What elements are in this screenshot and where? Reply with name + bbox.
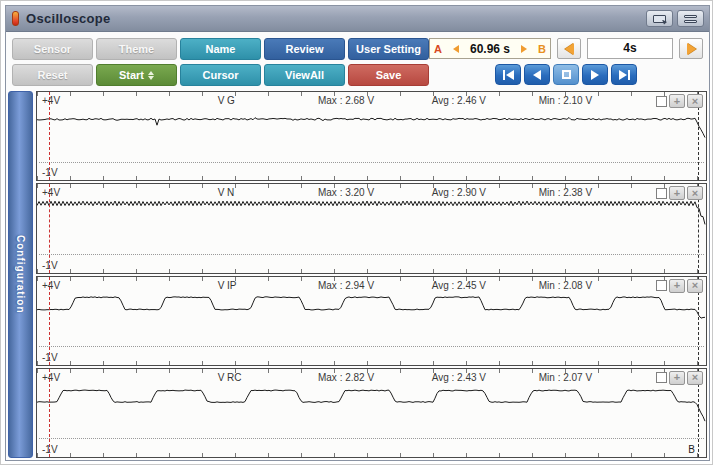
channel-name: V G xyxy=(218,95,235,106)
channel-max: Max : 3.20 V xyxy=(318,187,374,198)
cursor-b-label: B xyxy=(688,444,695,455)
channel-name: V RC xyxy=(218,372,242,383)
close-channel-button[interactable]: × xyxy=(687,371,703,385)
thermometer-icon xyxy=(12,11,19,26)
time-ticks xyxy=(37,453,706,457)
channel-name: V N xyxy=(218,187,235,198)
channel-checkbox[interactable] xyxy=(656,188,667,199)
spinner-icon xyxy=(148,71,154,80)
theme-button[interactable]: Theme xyxy=(96,38,177,60)
name-button[interactable]: Name xyxy=(180,38,261,60)
scale-bottom-label: -1V xyxy=(42,167,58,178)
channel-max: Max : 2.94 V xyxy=(318,280,374,291)
zero-volt-gridline xyxy=(39,254,704,255)
title-bar: Oscilloscope xyxy=(6,6,709,32)
channel-name: V IP xyxy=(218,280,237,291)
channel-panel-vrc: +4V V RC Max : 2.82 V Avg : 2.43 V Min :… xyxy=(36,368,707,458)
arrow-right-icon xyxy=(687,43,696,55)
skip-to-end-button[interactable] xyxy=(611,64,637,85)
zoom-in-button[interactable]: + xyxy=(669,94,685,108)
zero-volt-gridline xyxy=(39,162,704,163)
zoom-in-button[interactable]: + xyxy=(669,186,685,200)
channels-area: Configuration +4V V G Max : 2.68 V Avg :… xyxy=(6,90,709,460)
channel-avg: Avg : 2.90 V xyxy=(432,187,486,198)
display-icon xyxy=(653,15,666,23)
scale-top-label: +4V xyxy=(42,372,60,383)
zoom-in-button[interactable]: + xyxy=(669,279,685,293)
transport-controls: A 60.96 s B 4s xyxy=(429,38,705,86)
marker-b-arrow-icon xyxy=(521,45,527,53)
time-window-increase-button[interactable] xyxy=(679,38,703,59)
play-button[interactable] xyxy=(582,64,608,85)
time-ticks xyxy=(37,176,706,180)
channel-max: Max : 2.68 V xyxy=(318,95,374,106)
channel-checkbox[interactable] xyxy=(656,96,667,107)
scale-bottom-label: -1V xyxy=(42,444,58,455)
channel-panel-vip: +4V V IP Max : 2.94 V Avg : 2.45 V Min :… xyxy=(36,276,707,366)
skip-end-tri-icon xyxy=(619,70,627,80)
time-window-value[interactable]: 4s xyxy=(587,38,673,59)
skip-start-icon xyxy=(503,70,505,80)
start-button-label: Start xyxy=(119,65,144,85)
step-back-button[interactable] xyxy=(524,64,550,85)
close-channel-button[interactable]: × xyxy=(687,186,703,200)
ab-time-value: 60.96 s xyxy=(470,42,510,56)
layout-icon xyxy=(684,14,697,24)
viewall-button[interactable]: ViewAll xyxy=(264,64,345,86)
channel-avg: Avg : 2.45 V xyxy=(432,280,486,291)
screenshot-stage: Oscilloscope Sensor Theme Name Review Us… xyxy=(0,0,713,465)
time-ticks xyxy=(37,361,706,365)
arrow-left-icon xyxy=(565,43,574,55)
ab-range-box[interactable]: A 60.96 s B xyxy=(429,38,551,59)
configuration-tab-label: Configuration xyxy=(15,235,26,314)
review-button[interactable]: Review xyxy=(264,38,345,60)
scale-top-label: +4V xyxy=(42,187,60,198)
skip-to-start-button[interactable] xyxy=(495,64,521,85)
layout-button[interactable] xyxy=(677,10,704,27)
zero-volt-gridline xyxy=(39,438,704,439)
channel-checkbox[interactable] xyxy=(656,280,667,291)
stop-button[interactable] xyxy=(553,64,579,85)
channel-min: Min : 2.10 V xyxy=(539,95,592,106)
user-setting-button[interactable]: User Setting xyxy=(348,38,429,60)
start-button[interactable]: Start xyxy=(96,64,177,86)
marker-b-label: B xyxy=(538,43,546,55)
reset-button[interactable]: Reset xyxy=(12,64,93,86)
channel-max: Max : 2.82 V xyxy=(318,372,374,383)
playback-controls xyxy=(429,64,703,85)
stop-icon xyxy=(562,70,571,79)
channel-checkbox[interactable] xyxy=(656,372,667,383)
cursor-button[interactable]: Cursor xyxy=(180,64,261,86)
configuration-tab[interactable]: Configuration xyxy=(8,91,33,458)
play-icon xyxy=(591,70,599,80)
zero-volt-gridline xyxy=(39,346,704,347)
channel-min: Min : 2.07 V xyxy=(539,372,592,383)
channel-avg: Avg : 2.46 V xyxy=(432,95,486,106)
close-channel-button[interactable]: × xyxy=(687,279,703,293)
window-title: Oscilloscope xyxy=(26,11,111,26)
screenshot-button[interactable] xyxy=(646,10,673,27)
time-ticks xyxy=(37,269,706,273)
toolbar: Sensor Theme Name Review User Setting Re… xyxy=(6,32,709,90)
channel-min: Min : 2.08 V xyxy=(539,280,592,291)
sensor-button[interactable]: Sensor xyxy=(12,38,93,60)
scale-top-label: +4V xyxy=(42,280,60,291)
marker-a-arrow-icon xyxy=(453,45,459,53)
save-button[interactable]: Save xyxy=(348,64,429,86)
skip-start-tri-icon xyxy=(506,70,514,80)
time-window-decrease-button[interactable] xyxy=(557,38,581,59)
channel-panel-vg: +4V V G Max : 2.68 V Avg : 2.46 V Min : … xyxy=(36,91,707,181)
skip-end-icon xyxy=(628,70,630,80)
channel-panel-vn: +4V V N Max : 3.20 V Avg : 2.90 V Min : … xyxy=(36,183,707,273)
channel-min: Min : 2.38 V xyxy=(539,187,592,198)
channel-avg: Avg : 2.43 V xyxy=(432,372,486,383)
marker-a-label: A xyxy=(434,43,442,55)
scale-top-label: +4V xyxy=(42,95,60,106)
scale-bottom-label: -1V xyxy=(42,352,58,363)
oscilloscope-window: Oscilloscope Sensor Theme Name Review Us… xyxy=(5,5,710,461)
back-icon xyxy=(533,70,541,80)
scale-bottom-label: -1V xyxy=(42,260,58,271)
close-channel-button[interactable]: × xyxy=(687,94,703,108)
zoom-in-button[interactable]: + xyxy=(669,371,685,385)
